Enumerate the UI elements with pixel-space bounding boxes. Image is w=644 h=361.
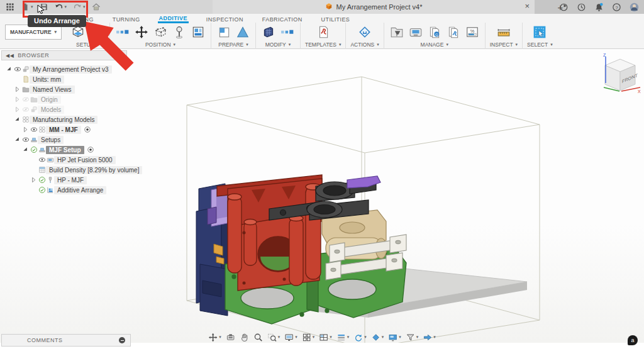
- visibility-eye-icon[interactable]: [38, 156, 46, 164]
- comments-panel[interactable]: COMMENTS: [1, 334, 131, 347]
- blue-squares-icon[interactable]: [279, 24, 296, 40]
- group-dropdown-position[interactable]: POSITION▾: [145, 42, 175, 48]
- tab-additive[interactable]: ADDITIVE: [158, 13, 189, 23]
- machine-icon[interactable]: [225, 333, 236, 342]
- suppress-check-icon[interactable]: [38, 186, 46, 194]
- user-avatar[interactable]: [630, 3, 639, 12]
- tree-item-label[interactable]: Units: mm: [30, 75, 64, 84]
- tree-item-label[interactable]: Build Density [8.29% by volume]: [46, 166, 142, 174]
- tree-item-label[interactable]: Named Views: [30, 86, 75, 94]
- tree-item-label[interactable]: Origin: [38, 96, 61, 104]
- group-dropdown-templates[interactable]: TEMPLATES▾: [305, 42, 341, 48]
- visibility-eye-icon[interactable]: [13, 65, 21, 74]
- expand-arrow-icon[interactable]: [13, 86, 21, 94]
- tree-item-label[interactable]: HP - MJF: [54, 176, 87, 184]
- tree-item-label[interactable]: Manufacturing Models: [30, 116, 97, 124]
- tree-item-label[interactable]: Setups: [38, 136, 64, 144]
- tree-row[interactable]: Additive Arrange: [1, 185, 127, 195]
- grid-snaps-icon[interactable]: ▾: [301, 333, 316, 342]
- tree-row[interactable]: Units: mm: [1, 74, 127, 84]
- corner-square-icon[interactable]: [216, 24, 232, 40]
- comments-collapse-icon[interactable]: [119, 337, 125, 343]
- collapse-arrow-icon[interactable]: [13, 116, 21, 124]
- suppress-check-icon[interactable]: [38, 176, 46, 184]
- lattice-cube-icon[interactable]: [260, 24, 277, 40]
- refresh-icon[interactable]: ▾: [352, 333, 368, 342]
- visibility-eye-icon[interactable]: [30, 126, 38, 134]
- tree-row[interactable]: Build Density [8.29% by volume]: [1, 165, 127, 175]
- ruler-icon[interactable]: [496, 24, 512, 40]
- tab-fabrication[interactable]: FABRICATION: [261, 14, 304, 23]
- tree-item-label[interactable]: Additive Arrange: [54, 186, 106, 194]
- tree-item-label[interactable]: My Arrangement Project v3: [30, 65, 112, 74]
- post-diamond-icon[interactable]: [357, 24, 373, 40]
- panel-minimize-icon[interactable]: [116, 52, 123, 58]
- assistant-chat-button[interactable]: a: [628, 335, 638, 345]
- job-status-icon[interactable]: [559, 3, 569, 12]
- recent-activity-icon[interactable]: [577, 3, 586, 12]
- tree-row[interactable]: Manufacturing Models: [1, 114, 127, 125]
- viewport-canvas[interactable]: FRONT Z X ◀◀ BROWSER My Arrangement Proj…: [0, 49, 644, 343]
- step-icon[interactable]: ▾: [421, 333, 437, 342]
- visibility-eye-icon[interactable]: [21, 106, 30, 114]
- tree-row[interactable]: Setups: [1, 135, 127, 145]
- arrange-tiles-icon[interactable]: [190, 24, 206, 40]
- file-menu-button[interactable]: ▾: [19, 1, 35, 13]
- viewports-icon[interactable]: ▾: [318, 333, 333, 342]
- machine-grid-icon[interactable]: [89, 24, 105, 40]
- active-radio-icon[interactable]: [87, 146, 95, 154]
- group-dropdown-modify[interactable]: MODIFY▾: [265, 42, 291, 48]
- screen-icon[interactable]: ▾: [387, 333, 402, 342]
- doc-gcode-icon[interactable]: G: [426, 24, 443, 40]
- suppress-check-icon[interactable]: [30, 146, 38, 154]
- tab-turning[interactable]: TURNING: [111, 14, 142, 23]
- visibility-eye-icon[interactable]: [21, 96, 30, 104]
- expand-arrow-icon[interactable]: [13, 106, 21, 114]
- select-window-icon[interactable]: [531, 24, 548, 40]
- notifications-icon[interactable]: [594, 3, 604, 12]
- close-tab-icon[interactable]: ×: [525, 1, 530, 11]
- filter-icon[interactable]: ▾: [404, 333, 420, 342]
- pin-icon[interactable]: [171, 24, 187, 40]
- expand-arrow-icon[interactable]: [21, 126, 30, 134]
- group-dropdown-inspect[interactable]: INSPECT▾: [490, 42, 518, 48]
- tree-item-label[interactable]: MM - MJF: [46, 126, 81, 134]
- tree-row[interactable]: HP Jet Fusion 5000: [1, 155, 127, 165]
- tree-row[interactable]: My Arrangement Project v3: [1, 64, 127, 74]
- document-tab[interactable]: My Arrangement Project v4* ×: [213, 0, 535, 14]
- redo-button[interactable]: ▾: [71, 1, 87, 13]
- tree-row[interactable]: Origin: [1, 94, 127, 104]
- folder-part-icon[interactable]: [389, 24, 405, 40]
- group-dropdown-prepare[interactable]: PREPARE▾: [218, 42, 248, 48]
- support-triangle-icon[interactable]: [235, 24, 251, 40]
- position-move-icon[interactable]: ▾: [207, 333, 223, 342]
- group-dropdown-select[interactable]: SELECT▾: [527, 42, 553, 48]
- tree-item-label[interactable]: MJF Setup: [46, 146, 84, 154]
- group-dropdown-setup[interactable]: SETUP▾: [76, 42, 99, 48]
- active-radio-icon[interactable]: [84, 126, 92, 134]
- view-cube[interactable]: FRONT Z X: [596, 52, 643, 98]
- pan-icon[interactable]: [238, 333, 250, 342]
- collapse-arrow-icon[interactable]: [5, 65, 13, 74]
- collapse-panel-icon[interactable]: ◀◀: [6, 53, 14, 58]
- tree-item-label[interactable]: HP Jet Fusion 5000: [54, 156, 116, 164]
- doc-sheets-icon[interactable]: [445, 24, 462, 40]
- save-button[interactable]: [38, 1, 50, 13]
- layers-icon[interactable]: ▾: [335, 333, 351, 342]
- tree-row[interactable]: MM - MJF: [1, 125, 127, 135]
- expand-arrow-icon[interactable]: [13, 96, 21, 104]
- group-dropdown-manage[interactable]: MANAGE▾: [421, 42, 448, 48]
- app-grid-icon[interactable]: [4, 1, 16, 13]
- tree-row[interactable]: MJF Setup: [1, 145, 127, 155]
- zoom-window-icon[interactable]: ▾: [266, 333, 282, 342]
- collapse-arrow-icon[interactable]: [21, 146, 30, 154]
- visibility-eye-icon[interactable]: [21, 136, 30, 144]
- collapse-arrow-icon[interactable]: [13, 136, 21, 144]
- tab-utilities[interactable]: UTILITIES: [320, 14, 352, 23]
- doc-toolpath-icon[interactable]: [315, 24, 331, 40]
- tree-row[interactable]: Models: [1, 104, 127, 114]
- section-analysis-icon[interactable]: ▾: [370, 333, 386, 342]
- wire-cube-icon[interactable]: [152, 24, 169, 40]
- blue-squares-icon[interactable]: [114, 24, 131, 40]
- tab-inspection[interactable]: INSPECTION: [205, 14, 245, 23]
